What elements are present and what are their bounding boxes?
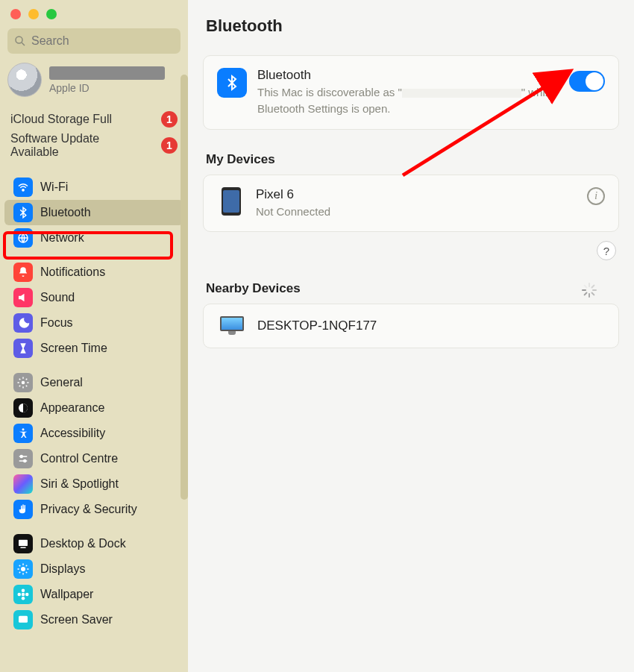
nearby-device-row[interactable]: DESKTOP-1NQF177 (203, 304, 619, 348)
sound-icon (13, 288, 33, 307)
sidebar-item-wifi[interactable]: Wi-Fi (4, 175, 183, 200)
nearby-device-name: DESKTOP-1NQF177 (257, 318, 377, 333)
sidebar-item-displays[interactable]: Displays (4, 556, 183, 582)
sidebar-item-appearance[interactable]: Appearance (4, 395, 183, 421)
alert-badge: 1 (161, 137, 178, 154)
svg-point-4 (22, 381, 25, 385)
bell-icon (13, 263, 33, 282)
sidebar-item-sound[interactable]: Sound (4, 285, 183, 310)
sidebar-item-label: Notifications (40, 266, 105, 279)
sidebar-item-focus[interactable]: Focus (4, 310, 183, 336)
sidebar-item-label: Sound (40, 291, 75, 304)
sidebar-item-label: Screen Saver (40, 613, 113, 627)
hourglass-icon (13, 339, 33, 358)
user-name-redacted (49, 66, 165, 80)
sliders-icon (13, 449, 33, 468)
sidebar-item-controlcentre[interactable]: Control Centre (4, 446, 183, 471)
alert-software-update[interactable]: Software Update Available 1 (4, 130, 183, 161)
device-status: Not Connected (256, 204, 577, 220)
sidebar-item-siri[interactable]: Siri & Spotlight (4, 471, 183, 497)
sidebar-item-label: Appearance (40, 401, 104, 415)
svg-line-19 (26, 572, 28, 574)
accessibility-icon (13, 424, 33, 443)
apple-id-label: Apple ID (49, 82, 90, 94)
flower-icon (13, 585, 33, 604)
network-icon (13, 228, 33, 248)
my-devices-heading: My Devices (206, 152, 619, 167)
search-field[interactable] (7, 28, 181, 54)
svg-point-22 (22, 593, 25, 597)
siri-icon (13, 474, 33, 494)
device-name-redacted (402, 89, 521, 98)
svg-point-9 (20, 456, 22, 458)
svg-line-20 (26, 565, 28, 567)
gear-icon (13, 373, 33, 392)
settings-sidebar: Apple ID iCloud Storage Full 1 Software … (0, 0, 188, 672)
sidebar-item-label: Bluetooth (40, 206, 91, 219)
nearby-devices-heading: Nearby Devices (206, 281, 301, 296)
avatar (7, 63, 42, 97)
sidebar-item-screentime[interactable]: Screen Time (4, 336, 183, 361)
sidebar-item-bluetooth[interactable]: Bluetooth (4, 200, 183, 225)
sidebar-item-label: Network (40, 231, 84, 245)
svg-point-23 (22, 589, 25, 593)
bluetooth-toggle[interactable] (569, 71, 605, 92)
apple-id-row[interactable]: Apple ID (7, 63, 181, 97)
moon-icon (13, 313, 33, 333)
sidebar-item-label: Focus (40, 316, 73, 330)
help-button[interactable]: ? (597, 241, 616, 260)
bluetooth-status-card: Bluetooth This Mac is discoverable as ""… (203, 55, 619, 130)
close-icon[interactable] (10, 9, 21, 19)
svg-point-25 (18, 593, 22, 597)
alert-badge: 1 (161, 111, 178, 128)
sidebar-item-screensaver[interactable]: Screen Saver (4, 607, 183, 632)
sidebar-item-desktop[interactable]: Desktop & Dock (4, 531, 183, 556)
desktop-computer-icon (220, 316, 244, 336)
sidebar-item-general[interactable]: General (4, 370, 183, 395)
bluetooth-description: This Mac is discoverable as "" while Blu… (257, 84, 559, 117)
sidebar-scrollbar[interactable] (181, 75, 188, 500)
bluetooth-heading: Bluetooth (257, 68, 559, 83)
svg-rect-12 (20, 547, 26, 549)
page-title: Bluetooth (206, 16, 619, 36)
window-controls (0, 0, 188, 24)
svg-line-18 (19, 565, 21, 567)
alert-label: iCloud Storage Full (10, 113, 112, 126)
svg-point-0 (16, 37, 22, 43)
alert-label: Software Update Available (10, 132, 122, 159)
zoom-icon[interactable] (46, 9, 57, 19)
svg-point-2 (22, 189, 24, 191)
svg-point-10 (24, 460, 26, 462)
appearance-icon (13, 398, 33, 418)
sidebar-item-accessibility[interactable]: Accessibility (4, 421, 183, 446)
sun-icon (13, 559, 33, 579)
wifi-icon (13, 178, 33, 197)
main-pane: Bluetooth Bluetooth This Mac is discover… (188, 0, 634, 672)
sidebar-item-label: Control Centre (40, 452, 118, 465)
svg-rect-11 (19, 540, 28, 546)
dock-icon (13, 534, 33, 553)
alert-icloud-storage[interactable]: iCloud Storage Full 1 (4, 109, 183, 130)
svg-rect-27 (19, 616, 28, 623)
svg-point-24 (22, 597, 25, 600)
bluetooth-icon (13, 203, 33, 222)
my-device-row[interactable]: Pixel 6 Not Connected i (203, 175, 619, 233)
sidebar-item-label: Privacy & Security (40, 503, 137, 516)
search-icon (13, 34, 27, 48)
sidebar-item-label: General (40, 376, 83, 389)
svg-point-13 (21, 567, 25, 571)
sidebar-item-label: Wi-Fi (40, 180, 68, 194)
sidebar-item-privacy[interactable]: Privacy & Security (4, 497, 183, 522)
sidebar-item-notifications[interactable]: Notifications (4, 260, 183, 285)
sidebar-nav: Wi-Fi Bluetooth Network Notifications So… (0, 175, 188, 649)
sidebar-item-label: Screen Time (40, 342, 107, 355)
sidebar-alerts: iCloud Storage Full 1 Software Update Av… (4, 109, 183, 161)
sidebar-item-wallpaper[interactable]: Wallpaper (4, 582, 183, 607)
sidebar-item-label: Siri & Spotlight (40, 477, 119, 491)
search-input[interactable] (30, 34, 175, 48)
phone-icon (222, 187, 241, 216)
svg-point-6 (22, 428, 25, 430)
minimize-icon[interactable] (28, 9, 39, 19)
device-info-button[interactable]: i (587, 187, 605, 205)
sidebar-item-network[interactable]: Network (4, 225, 183, 251)
